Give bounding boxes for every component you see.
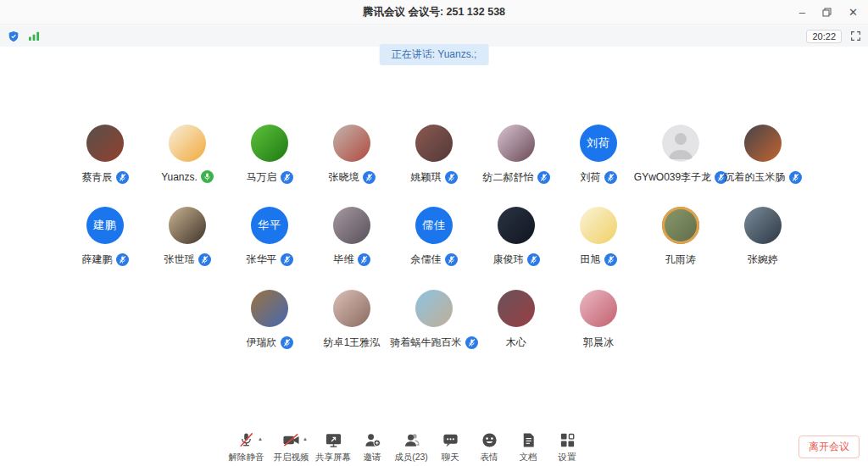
participant-cell[interactable]: 华平张华平 bbox=[229, 207, 311, 267]
toolbar-docs-button[interactable]: 文档 bbox=[509, 430, 548, 463]
participant-cell[interactable]: 郭晨冰 bbox=[558, 290, 640, 350]
participant-cell[interactable]: 张世瑶 bbox=[147, 207, 229, 267]
speaking-banner: 正在讲话: Yuanzs.; bbox=[380, 44, 489, 65]
minimize-button[interactable]: – bbox=[799, 7, 805, 18]
toolbar-label: 成员(23) bbox=[394, 452, 428, 463]
participant-cell[interactable]: 田旭 bbox=[558, 207, 640, 267]
toolbar-items: ▲解除静音▲开启视频共享屏幕邀请成员(23)聊天表情文档设置 bbox=[224, 430, 587, 463]
participant-name: 骑着蜗牛跑百米 bbox=[391, 336, 462, 350]
participant-name: 木心 bbox=[506, 336, 526, 350]
participant-cell[interactable]: 姚颖琪 bbox=[393, 125, 476, 185]
participant-cell[interactable]: 建鹏薛建鹏 bbox=[64, 207, 147, 267]
toolbar-camera-off-button[interactable]: ▲开启视频 bbox=[269, 430, 314, 463]
avatar: 儒佳 bbox=[415, 207, 453, 244]
participant-name: 伊瑞欣 bbox=[247, 336, 277, 350]
mic-muted-icon bbox=[789, 171, 802, 184]
participant-nameline: 沉着的玉米肠 bbox=[725, 170, 802, 185]
toolbar-share-screen-button[interactable]: 共享屏幕 bbox=[314, 430, 353, 463]
participant-cell[interactable]: 毕维 bbox=[311, 207, 393, 267]
avatar bbox=[251, 290, 288, 327]
participant-cell[interactable]: 刘荷刘荷 bbox=[558, 125, 640, 185]
network-signal-icon[interactable] bbox=[28, 31, 41, 42]
participant-nameline: 薛建鹏 bbox=[82, 252, 129, 267]
toolbar-label: 表情 bbox=[481, 452, 498, 463]
participant-nameline: 佘儒佳 bbox=[411, 252, 458, 267]
toolbar-members-button[interactable]: 成员(23) bbox=[392, 430, 431, 463]
participant-cell[interactable]: 张晓境 bbox=[311, 125, 393, 185]
toolbar-chat-button[interactable]: 聊天 bbox=[431, 430, 470, 463]
window-controls: – ✕ bbox=[799, 0, 858, 25]
participant-cell[interactable]: 沉着的玉米肠 bbox=[722, 125, 804, 185]
participant-cell[interactable]: 纺卓1王雅泓 bbox=[311, 290, 393, 350]
participant-name: 蔡青辰 bbox=[82, 170, 113, 185]
mic-muted-icon bbox=[281, 253, 293, 266]
mic-muted-icon bbox=[537, 171, 550, 184]
avatar bbox=[251, 125, 288, 162]
emoji-icon bbox=[481, 430, 498, 449]
leave-meeting-button[interactable]: 离开会议 bbox=[798, 435, 860, 458]
participant-row: 伊瑞欣纺卓1王雅泓骑着蜗牛跑百米木心郭晨冰 bbox=[0, 290, 868, 350]
toolbar-label: 文档 bbox=[520, 452, 537, 463]
participant-nameline: 张婉婷 bbox=[748, 252, 778, 267]
avatar bbox=[169, 207, 206, 244]
participant-name: 郭晨冰 bbox=[583, 336, 614, 350]
caret-up-icon[interactable]: ▲ bbox=[303, 436, 308, 441]
participant-cell[interactable]: 儒佳佘儒佳 bbox=[393, 207, 476, 267]
participant-nameline: GYwO039李子龙 bbox=[634, 170, 727, 185]
participant-cell[interactable]: Yuanzs. bbox=[147, 125, 229, 185]
participant-name: 姚颖琪 bbox=[411, 170, 442, 185]
mic-muted-icon bbox=[116, 253, 129, 266]
members-icon bbox=[403, 430, 420, 449]
toolbar-emoji-button[interactable]: 表情 bbox=[470, 430, 509, 463]
toolbar-label: 共享屏幕 bbox=[315, 452, 351, 463]
toolbar-mic-off-button[interactable]: ▲解除静音 bbox=[224, 430, 269, 463]
participant-nameline: 张华平 bbox=[247, 252, 293, 267]
mic-muted-icon bbox=[281, 171, 293, 184]
participant-nameline: Yuanzs. bbox=[161, 170, 214, 183]
participant-name: 佘儒佳 bbox=[411, 252, 442, 267]
participant-name: 刘荷 bbox=[581, 170, 601, 185]
participant-cell[interactable]: 蔡青辰 bbox=[64, 125, 147, 185]
participant-nameline: 马万启 bbox=[247, 170, 293, 185]
participant-cell[interactable]: 伊瑞欣 bbox=[229, 290, 311, 350]
mic-muted-icon bbox=[445, 253, 458, 266]
participant-nameline: 骑着蜗牛跑百米 bbox=[391, 336, 478, 350]
fullscreen-button[interactable] bbox=[850, 31, 861, 42]
participant-name: 张晓境 bbox=[329, 170, 359, 185]
avatar bbox=[333, 207, 370, 244]
avatar bbox=[498, 290, 535, 327]
avatar bbox=[169, 125, 206, 162]
participant-name: 田旭 bbox=[581, 252, 601, 267]
participant-row: 建鹏薛建鹏张世瑶华平张华平毕维儒佳佘儒佳康俊玮田旭孔雨涛张婉婷 bbox=[0, 207, 868, 267]
participant-nameline: 蔡青辰 bbox=[82, 170, 129, 185]
toolbar-label: 设置 bbox=[559, 452, 576, 463]
participant-cell[interactable]: 纺二郝舒怡 bbox=[476, 125, 558, 185]
caret-up-icon[interactable]: ▲ bbox=[258, 436, 263, 441]
settings-icon bbox=[559, 430, 576, 449]
participant-cell[interactable]: 木心 bbox=[476, 290, 558, 350]
participant-cell[interactable]: 张婉婷 bbox=[722, 207, 804, 267]
participant-cell[interactable]: 康俊玮 bbox=[476, 207, 558, 267]
security-shield-icon[interactable] bbox=[8, 31, 19, 42]
participant-cell[interactable]: 骑着蜗牛跑百米 bbox=[393, 290, 476, 350]
participant-cell[interactable]: 马万启 bbox=[229, 125, 311, 185]
mic-muted-icon bbox=[604, 253, 617, 266]
mic-muted-icon bbox=[604, 171, 617, 184]
share-screen-icon bbox=[325, 430, 342, 449]
toolbar-invite-button[interactable]: 邀请 bbox=[353, 430, 392, 463]
participant-cell[interactable]: 孔雨涛 bbox=[640, 207, 722, 267]
mic-muted-icon bbox=[358, 253, 370, 266]
avatar: 刘荷 bbox=[580, 125, 617, 162]
avatar bbox=[333, 125, 370, 162]
participant-nameline: 张晓境 bbox=[329, 170, 376, 185]
participant-cell[interactable]: GYwO039李子龙 bbox=[640, 125, 722, 185]
invite-icon bbox=[364, 430, 381, 449]
avatar: 建鹏 bbox=[86, 207, 124, 244]
mic-speaking-icon bbox=[201, 170, 214, 183]
participant-name: GYwO039李子龙 bbox=[634, 170, 711, 185]
mic-muted-icon bbox=[281, 336, 293, 349]
restore-button[interactable] bbox=[822, 8, 832, 17]
toolbar-settings-button[interactable]: 设置 bbox=[548, 430, 587, 463]
participant-row: 蔡青辰Yuanzs.马万启张晓境姚颖琪纺二郝舒怡刘荷刘荷GYwO039李子龙沉着… bbox=[0, 125, 868, 185]
close-button[interactable]: ✕ bbox=[849, 7, 858, 18]
